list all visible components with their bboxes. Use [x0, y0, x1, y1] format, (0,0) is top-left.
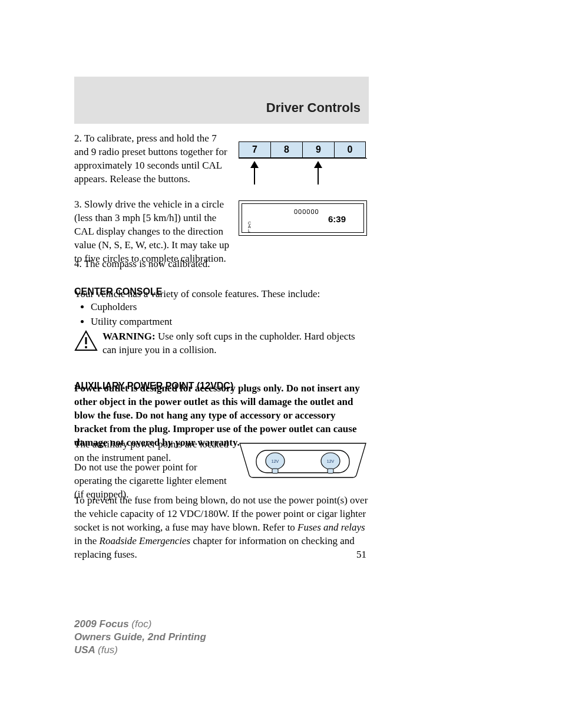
preset-button-0: 0 — [334, 141, 366, 158]
odometer-readout: 000000 — [294, 207, 319, 216]
step-2-text: 2. To calibrate, press and hold the 7 an… — [74, 132, 230, 186]
footer-code: (foc) — [131, 618, 151, 630]
preset-button-7: 7 — [239, 141, 270, 158]
preset-button-8: 8 — [270, 141, 302, 158]
section-title: Driver Controls — [266, 99, 361, 117]
footer-region: USA — [74, 644, 98, 655]
warning-block: WARNING: Use only soft cups in the cupho… — [74, 330, 369, 357]
warning-triangle-icon — [74, 330, 98, 351]
power-point-label: 12V — [272, 459, 279, 463]
power-point-label: 12V — [327, 459, 335, 463]
cross-ref: Roadside Emergencies — [100, 535, 191, 546]
cal-indicator: C A L — [248, 222, 251, 233]
compass-display-figure: 000000 6:39 C A L — [239, 200, 367, 236]
svg-rect-7 — [328, 469, 333, 473]
section-header: Driver Controls — [74, 77, 369, 124]
arrow-up-icon — [254, 162, 255, 185]
preset-row: 7 8 9 0 — [239, 141, 367, 159]
warning-label: WARNING: — [103, 331, 156, 342]
step-4-text: 4. The compass is now calibrated. — [74, 258, 369, 271]
list-item: Utility compartment — [91, 315, 369, 329]
step-3-text: 3. Slowly drive the vehicle in a circle … — [74, 198, 230, 266]
footer-region-code: (fus) — [98, 644, 118, 655]
footer-model: 2009 Focus — [74, 618, 131, 630]
radio-preset-figure: 7 8 9 0 — [239, 141, 367, 195]
aux-power-fuse-note: To prevent the fuse from being blown, do… — [74, 494, 369, 562]
text-run: in the — [74, 535, 100, 546]
svg-rect-5 — [272, 469, 278, 473]
arrow-up-icon — [318, 162, 319, 185]
clock-readout: 6:39 — [328, 213, 346, 225]
feature-list: Cupholders Utility compartment — [82, 299, 369, 330]
page-number: 51 — [356, 548, 366, 562]
footer-guide: Owners Guide, 2nd Printing — [74, 631, 206, 644]
footer-block: 2009 Focus (foc) Owners Guide, 2nd Print… — [74, 618, 206, 657]
preset-button-9: 9 — [302, 141, 334, 158]
warning-text: WARNING: Use only soft cups in the cupho… — [103, 330, 369, 357]
cross-ref: Fuses and relays — [297, 522, 365, 533]
list-item: Cupholders — [91, 301, 369, 314]
svg-point-2 — [85, 346, 87, 348]
arrow-row — [239, 159, 367, 188]
power-point-figure: 12V 12V — [239, 442, 367, 479]
compass-display-inner: 000000 6:39 C A L — [242, 203, 364, 233]
